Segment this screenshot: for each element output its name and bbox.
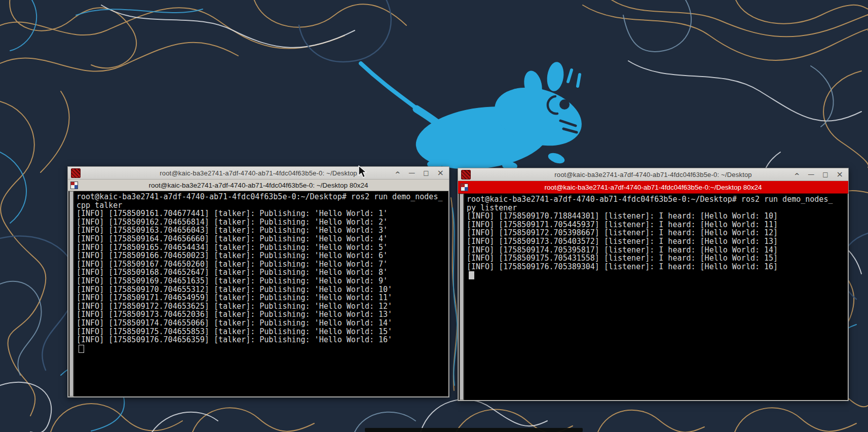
close-button[interactable]: × xyxy=(837,170,843,178)
desktop: root@kaic-ba3e2741-a7df-4740-ab71-4fdc04… xyxy=(0,0,868,432)
terminal-window-talker: root@kaic-ba3e2741-a7df-4740-ab71-4fdc04… xyxy=(67,166,449,398)
scrollbar-thumb[interactable] xyxy=(460,194,464,400)
terminal-frame: root@kaic-ba3e2741-a7df-4740-ab71-4fdc04… xyxy=(458,194,848,401)
terminal-scrollbar[interactable] xyxy=(68,191,74,397)
terminal-frame: root@kaic-ba3e2741-a7df-4740-ab71-4fdc04… xyxy=(68,191,449,397)
terminal-lines: root@kaic-ba3e2741-a7df-4740-ab71-4fdc04… xyxy=(467,195,847,271)
xterm-mini-icon xyxy=(461,184,468,191)
dock-strip[interactable] xyxy=(365,428,583,432)
minimize-button[interactable]: — xyxy=(808,171,814,177)
xterm-titlebar[interactable]: root@kaic-ba3e2741-a7df-4740-ab71-4fdc04… xyxy=(68,179,449,191)
xterm-app-icon xyxy=(71,168,81,178)
titlebar[interactable]: root@kaic-ba3e2741-a7df-4740-ab71-4fdc04… xyxy=(458,168,848,181)
mouse-eye xyxy=(559,99,570,110)
xterm-title: root@kaic-ba3e2741-a7df-4740-ab71-4fdc04… xyxy=(149,182,368,189)
maximize-button[interactable]: □ xyxy=(822,171,828,177)
xterm-mini-icon xyxy=(70,182,78,189)
terminal-scrollbar[interactable] xyxy=(459,194,465,400)
xterm-app-icon xyxy=(461,170,471,179)
terminal-output[interactable]: root@kaic-ba3e2741-a7df-4740-ab71-4fdc04… xyxy=(465,194,848,400)
shade-button[interactable]: ^ xyxy=(794,172,800,179)
close-button[interactable]: × xyxy=(437,169,444,177)
window-controls: ^ — □ × xyxy=(395,169,446,177)
window-title: root@kaic-ba3e2741-a7df-4740-ab71-4fdc04… xyxy=(554,171,752,178)
terminal-output[interactable]: root@kaic-ba3e2741-a7df-4740-ab71-4fdc04… xyxy=(74,191,448,397)
maximize-button[interactable]: □ xyxy=(423,170,429,176)
scrollbar-thumb[interactable] xyxy=(69,191,73,397)
terminal-lines: root@kaic-ba3e2741-a7df-4740-ab71-4fdc04… xyxy=(77,193,447,344)
titlebar[interactable]: root@kaic-ba3e2741-a7df-4740-ab71-4fdc04… xyxy=(68,167,449,179)
shade-button[interactable]: ^ xyxy=(395,171,400,177)
terminal-cursor-inactive xyxy=(79,345,84,353)
xterm-titlebar-active[interactable]: root@kaic-ba3e2741-a7df-4740-ab71-4fdc04… xyxy=(458,181,848,194)
minimize-button[interactable]: — xyxy=(408,169,415,176)
window-title: root@kaic-ba3e2741-a7df-4740-ab71-4fdc04… xyxy=(160,169,357,177)
terminal-window-listener: root@kaic-ba3e2741-a7df-4740-ab71-4fdc04… xyxy=(458,168,849,401)
terminal-cursor-active xyxy=(469,271,474,279)
xterm-title: root@kaic-ba3e2741-a7df-4740-ab71-4fdc04… xyxy=(544,184,762,191)
window-controls: ^ — □ × xyxy=(794,170,845,178)
